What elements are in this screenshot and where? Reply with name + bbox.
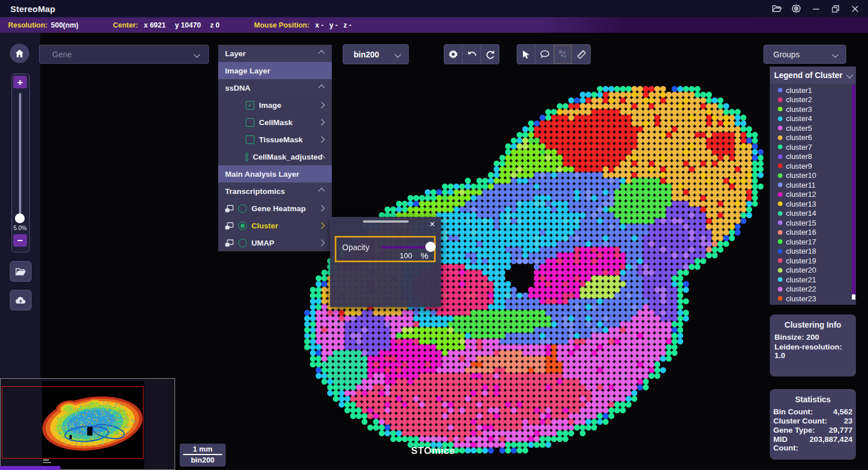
legend-item[interactable]: cluster15 — [770, 218, 856, 228]
legend-item[interactable]: cluster3 — [770, 104, 856, 114]
resolution-label: Resolution: — [8, 21, 48, 29]
scale-bar: 1 mm bin200 — [180, 444, 226, 467]
zoom-out-button[interactable]: − — [13, 234, 27, 247]
bin-size-select[interactable]: bin200 — [343, 44, 409, 64]
settings-gear-icon[interactable] — [789, 2, 804, 15]
minimize-icon[interactable] — [808, 2, 823, 15]
opacity-slider-track[interactable] — [381, 246, 429, 248]
layer-panel: Layer Image Layer ssDNA ✓ Image CellMask… — [218, 45, 332, 251]
undo-button[interactable] — [463, 45, 481, 64]
checkbox[interactable]: ✓ — [246, 101, 254, 110]
main-analysis-layer-header[interactable]: Main Analysis Layer — [218, 165, 332, 182]
legend-item[interactable]: cluster2 — [770, 95, 856, 105]
checkbox[interactable] — [246, 118, 254, 127]
cluster-color-dot — [778, 249, 782, 254]
legend-item[interactable]: cluster5 — [770, 123, 856, 133]
checkbox[interactable] — [246, 153, 248, 161]
cluster-color-dot — [778, 287, 782, 292]
close-icon[interactable] — [847, 2, 862, 15]
cloud-upload-icon — [15, 296, 26, 305]
window-controls — [769, 2, 862, 15]
statistic-row: Gene Type: 29,777 — [773, 426, 852, 434]
home-icon — [15, 49, 24, 58]
legend-item[interactable]: cluster19 — [770, 256, 856, 266]
ssdna-title: ssDNA — [225, 84, 250, 92]
legend-item[interactable]: cluster1 — [770, 86, 856, 95]
cluster-color-dot — [778, 126, 782, 130]
legend-item[interactable]: cluster23 — [770, 294, 856, 304]
layer-radio-row[interactable]: UMAP — [218, 234, 332, 251]
chevron-right-icon — [318, 205, 324, 211]
layer-radio-row[interactable]: Gene Heatmap — [218, 200, 332, 217]
lasso-tool-button[interactable] — [536, 45, 554, 64]
legend-header[interactable]: Legend of Cluster — [770, 67, 856, 84]
layer-radio-row[interactable]: Cluster — [218, 217, 332, 234]
legend-item[interactable]: cluster13 — [770, 199, 856, 209]
legend-item[interactable]: cluster21 — [770, 275, 856, 285]
legend-item[interactable]: cluster10 — [770, 171, 856, 181]
legend-item[interactable]: cluster8 — [770, 152, 856, 162]
cluster-name: cluster15 — [786, 219, 816, 227]
display-settings-button[interactable] — [444, 45, 463, 64]
redo-button[interactable] — [481, 45, 499, 64]
layer-checkbox-row[interactable]: ✓ Image — [218, 96, 332, 114]
open-folder-button[interactable] — [10, 261, 32, 282]
scale-rule — [183, 454, 222, 455]
chevron-up-icon — [318, 188, 324, 194]
ruler-tool-button[interactable] — [572, 45, 590, 64]
transcriptomics-section-header[interactable]: Transcriptomics — [218, 182, 332, 200]
legend-item[interactable]: cluster16 — [770, 228, 856, 238]
cluster-name: cluster12 — [786, 190, 816, 199]
cluster-color-dot — [778, 230, 782, 235]
cursor-tool-button[interactable] — [517, 45, 536, 64]
radio-button[interactable] — [238, 239, 247, 247]
cloud-upload-button[interactable] — [10, 290, 32, 310]
legend-scrollbar[interactable] — [852, 85, 855, 300]
image-layer-header[interactable]: Image Layer — [218, 62, 332, 79]
legend-item[interactable]: cluster7 — [770, 142, 856, 152]
layer-label: Gene Heatmap — [251, 204, 306, 213]
legend-title: Legend of Cluster — [774, 71, 842, 80]
chevron-right-icon — [318, 119, 324, 125]
scale-distance: 1 mm — [180, 445, 226, 453]
statistic-value: 29,777 — [829, 426, 852, 434]
legend-item[interactable]: cluster14 — [770, 209, 856, 219]
legend-item[interactable]: cluster17 — [770, 237, 856, 247]
layer-checkbox-row[interactable]: CellMask — [218, 114, 332, 131]
zoom-in-button[interactable]: + — [13, 76, 27, 88]
layers-icon — [225, 222, 234, 230]
zoom-slider-track[interactable] — [19, 93, 21, 216]
legend-item[interactable]: cluster9 — [770, 161, 856, 171]
legend-item[interactable]: cluster12 — [770, 190, 856, 200]
minimap-viewport-rect[interactable] — [2, 386, 144, 459]
cluster-name: cluster16 — [786, 228, 816, 236]
legend-item[interactable]: cluster20 — [770, 266, 856, 275]
bin-merge-tool-button[interactable] — [554, 45, 572, 64]
radio-button[interactable] — [238, 204, 247, 213]
legend-item[interactable]: cluster18 — [770, 247, 856, 257]
legend-item[interactable]: cluster22 — [770, 285, 856, 294]
groups-select[interactable]: Groups — [764, 45, 846, 64]
popup-drag-handle[interactable] — [363, 220, 409, 223]
center-x: x 6921 — [144, 21, 165, 29]
layer-checkbox-row[interactable]: CellMask_adjusted — [218, 148, 332, 165]
legend-item[interactable]: cluster4 — [770, 114, 856, 124]
cluster-name: cluster9 — [786, 162, 812, 170]
gene-select[interactable]: Gene — [39, 45, 209, 64]
open-file-icon[interactable] — [769, 2, 784, 15]
zoom-slider-thumb[interactable] — [15, 213, 25, 223]
layer-panel-header[interactable]: Layer — [218, 45, 332, 62]
home-button[interactable] — [10, 44, 29, 63]
layer-checkbox-row[interactable]: TissueMask — [218, 131, 332, 148]
legend-item[interactable]: cluster11 — [770, 180, 856, 190]
checkbox[interactable] — [246, 135, 254, 144]
legend-item[interactable]: cluster6 — [770, 133, 856, 143]
ssdna-section-header[interactable]: ssDNA — [218, 79, 332, 96]
layer-label: CellMask — [259, 118, 293, 127]
popup-close-icon[interactable]: × — [429, 219, 435, 229]
title-bar: StereoMap — [0, 0, 868, 17]
minimap-panel[interactable] — [0, 378, 175, 470]
restore-icon[interactable] — [828, 2, 843, 15]
cluster-name: cluster6 — [786, 133, 812, 142]
radio-button[interactable] — [238, 222, 247, 230]
